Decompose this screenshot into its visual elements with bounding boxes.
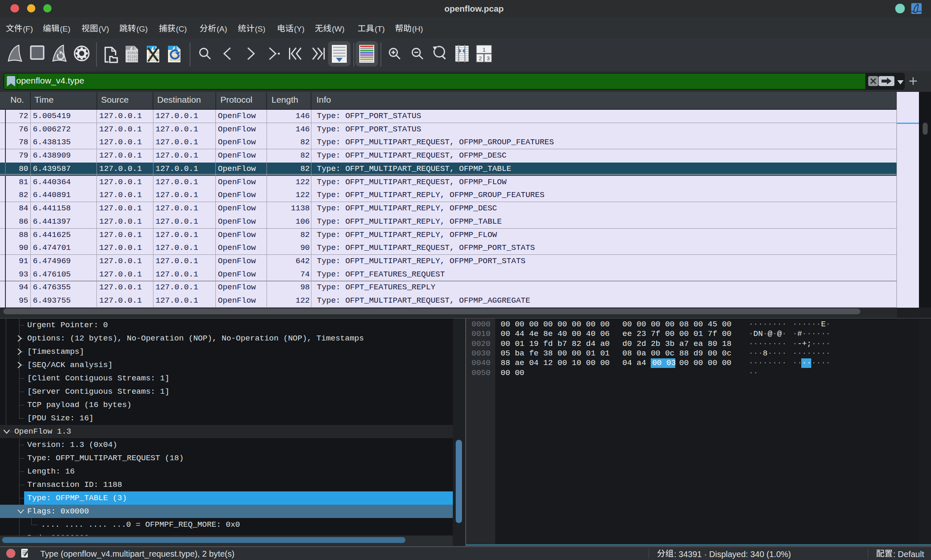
svg-text:1: 1 xyxy=(483,47,486,53)
svg-text:2: 2 xyxy=(479,55,482,62)
svg-text:01110: 01110 xyxy=(128,58,138,62)
svg-text:3: 3 xyxy=(487,55,490,62)
